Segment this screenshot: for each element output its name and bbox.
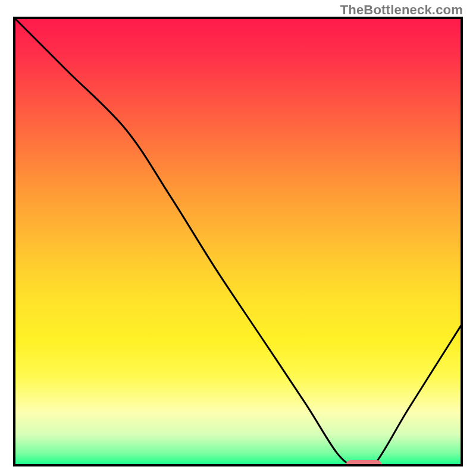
axis-border-bottom: [13, 464, 463, 466]
axis-border-left: [13, 17, 15, 466]
curve-path: [13, 17, 463, 466]
axis-border-right: [461, 17, 463, 466]
bottleneck-curve: [13, 17, 463, 466]
chart-plot-area: [13, 17, 463, 466]
watermark-text: TheBottleneck.com: [340, 2, 463, 18]
